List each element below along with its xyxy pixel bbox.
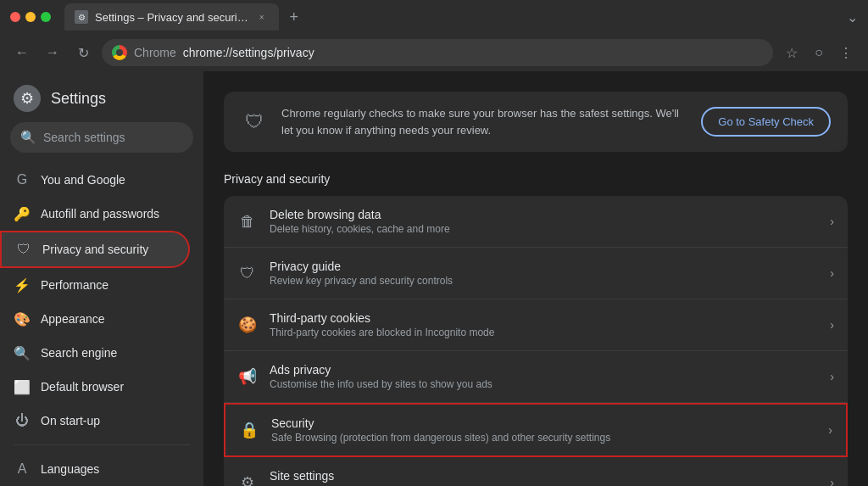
settings-row-site-settings[interactable]: ⚙ Site settings Controls what informatio…: [224, 457, 848, 486]
reload-button[interactable]: ↻: [71, 41, 95, 64]
settings-row-text: Ads privacy Customise the info used by s…: [270, 363, 818, 390]
trash-icon: 🗑: [237, 211, 258, 232]
sidebar-item-label: Autofill and passwords: [41, 207, 159, 221]
safety-check-button[interactable]: Go to Safety Check: [701, 107, 831, 137]
chevron-right-icon: ›: [830, 266, 834, 280]
shield-icon: 🛡: [15, 241, 32, 258]
chevron-right-icon: ›: [830, 318, 834, 332]
safety-banner-icon: 🛡: [241, 109, 268, 136]
safety-banner: 🛡 Chrome regularly checks to make sure y…: [224, 92, 848, 152]
titlebar: ⚙ Settings – Privacy and securi… × + ⌄: [0, 0, 868, 34]
settings-row-subtitle: Delete history, cookies, cache and more: [270, 223, 818, 235]
settings-row-subtitle: Safe Browsing (protection from dangerous…: [271, 432, 816, 444]
chevron-right-icon: ›: [830, 215, 834, 228]
profile-icon[interactable]: ○: [807, 41, 831, 64]
content: 🛡 Chrome regularly checks to make sure y…: [203, 71, 868, 486]
settings-row-text: Security Safe Browsing (protection from …: [271, 416, 816, 444]
languages-icon: A: [14, 461, 31, 478]
bookmark-icon[interactable]: ☆: [780, 41, 804, 64]
chevron-right-icon: ›: [828, 423, 832, 437]
fullscreen-window-button[interactable]: [41, 12, 51, 22]
back-button[interactable]: ←: [10, 41, 34, 64]
lock-icon: 🔒: [239, 420, 259, 440]
sidebar-item-performance[interactable]: ⚡ Performance: [0, 268, 190, 302]
search-input[interactable]: [43, 131, 192, 144]
addressbar-icons: ☆ ○ ⋮: [780, 41, 858, 64]
close-window-button[interactable]: [10, 12, 20, 22]
settings-row-ads-privacy[interactable]: 📢 Ads privacy Customise the info used by…: [224, 351, 848, 403]
sidebar-item-you-and-google[interactable]: G You and Google: [0, 163, 190, 197]
sidebar-item-autofill[interactable]: 🔑 Autofill and passwords: [0, 197, 190, 231]
appearance-icon: 🎨: [14, 310, 31, 327]
sidebar-item-on-startup[interactable]: ⏻ On start-up: [0, 404, 190, 438]
settings-row-privacy-guide[interactable]: 🛡 Privacy guide Review key privacy and s…: [224, 248, 848, 299]
settings-row-subtitle: Review key privacy and security controls: [270, 275, 818, 287]
sidebar-item-label: On start-up: [41, 414, 100, 427]
sidebar-item-appearance[interactable]: 🎨 Appearance: [0, 302, 190, 336]
settings-row-subtitle: Customise the info used by sites to show…: [270, 378, 818, 390]
sidebar-item-languages[interactable]: A Languages: [0, 452, 190, 486]
new-tab-button[interactable]: +: [282, 5, 306, 29]
settings-row-title: Security: [271, 416, 816, 430]
minimize-window-button[interactable]: [25, 12, 36, 22]
settings-row-security[interactable]: 🔒 Security Safe Browsing (protection fro…: [224, 403, 848, 457]
search-engine-icon: 🔍: [14, 344, 31, 361]
main-layout: ⚙ Settings 🔍 G You and Google 🔑 Autofill…: [0, 71, 868, 486]
sidebar-item-label: You and Google: [41, 173, 125, 187]
chevron-right-icon: ›: [830, 476, 834, 486]
settings-header: ⚙ Settings: [0, 71, 203, 122]
cookie-icon: 🍪: [237, 315, 258, 335]
privacy-guide-icon: 🛡: [237, 263, 258, 283]
settings-row-title: Privacy guide: [270, 260, 818, 273]
url-bar[interactable]: Chrome chrome://settings/privacy: [102, 39, 773, 66]
sidebar: ⚙ Settings 🔍 G You and Google 🔑 Autofill…: [0, 71, 203, 486]
settings-row-title: Delete browsing data: [270, 208, 818, 221]
sidebar-item-privacy[interactable]: 🛡 Privacy and security: [0, 231, 190, 268]
settings-row-delete-browsing-data[interactable]: 🗑 Delete browsing data Delete history, c…: [224, 196, 848, 248]
sidebar-divider: [14, 444, 190, 445]
settings-logo: ⚙: [14, 85, 41, 112]
sidebar-item-label: Appearance: [41, 312, 105, 326]
sidebar-item-label: Privacy and security: [42, 243, 148, 256]
sidebar-item-label: Default browser: [41, 380, 124, 394]
settings-row-title: Site settings: [270, 469, 818, 483]
safety-banner-text: Chrome regularly checks to make sure you…: [281, 105, 687, 138]
active-tab[interactable]: ⚙ Settings – Privacy and securi… ×: [64, 3, 279, 31]
chevron-right-icon: ›: [830, 370, 834, 383]
section-title: Privacy and security: [224, 172, 848, 186]
sidebar-item-label: Search engine: [41, 346, 117, 360]
tab-title: Settings – Privacy and securi…: [95, 11, 248, 24]
settings-row-third-party-cookies[interactable]: 🍪 Third-party cookies Third-party cookie…: [224, 299, 848, 351]
settings-row-text: Site settings Controls what information …: [270, 469, 818, 486]
url-label: Chrome: [134, 46, 176, 59]
google-icon: G: [14, 171, 31, 188]
startup-icon: ⏻: [14, 412, 31, 429]
sidebar-nav: G You and Google 🔑 Autofill and password…: [0, 159, 203, 486]
sidebar-item-default-browser[interactable]: ⬜ Default browser: [0, 370, 190, 404]
settings-title: Settings: [51, 90, 106, 108]
sidebar-item-search-engine[interactable]: 🔍 Search engine: [0, 336, 190, 370]
forward-button[interactable]: →: [41, 41, 64, 64]
settings-row-text: Privacy guide Review key privacy and sec…: [270, 260, 818, 287]
tab-close-button[interactable]: ×: [255, 10, 269, 24]
traffic-lights: [10, 12, 51, 22]
menu-icon[interactable]: ⋮: [834, 41, 858, 64]
ads-icon: 📢: [237, 366, 258, 387]
site-settings-icon: ⚙: [237, 472, 258, 486]
tab-expand-button[interactable]: ⌄: [847, 9, 858, 25]
settings-row-subtitle: Third-party cookies are blocked in Incog…: [270, 327, 818, 338]
tab-bar: ⚙ Settings – Privacy and securi… × + ⌄: [64, 0, 858, 34]
performance-icon: ⚡: [14, 277, 31, 293]
sidebar-search[interactable]: 🔍: [10, 122, 193, 153]
search-icon: 🔍: [20, 130, 36, 145]
tab-favicon: ⚙: [75, 10, 88, 24]
sidebar-item-label: Languages: [41, 462, 99, 476]
browser-icon: ⬜: [14, 378, 31, 395]
addressbar: ← → ↻ Chrome chrome://settings/privacy ☆…: [0, 34, 868, 71]
url-text: chrome://settings/privacy: [183, 46, 314, 59]
settings-row-text: Third-party cookies Third-party cookies …: [270, 311, 818, 338]
key-icon: 🔑: [14, 205, 31, 222]
settings-row-title: Ads privacy: [270, 363, 818, 377]
settings-list: 🗑 Delete browsing data Delete history, c…: [224, 196, 848, 486]
sidebar-item-label: Performance: [41, 278, 108, 292]
